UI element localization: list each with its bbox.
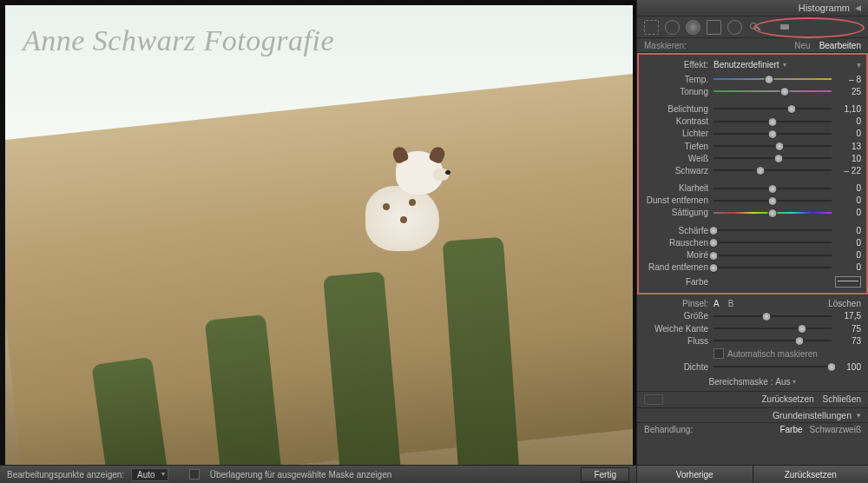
slider-temp[interactable] <box>713 75 832 83</box>
color-swatch[interactable] <box>835 276 861 288</box>
slider-dunstentfernen[interactable] <box>713 196 832 205</box>
redeye-tool-icon[interactable] <box>686 20 700 35</box>
slider-label: Größe <box>644 311 708 321</box>
crop-tool-icon[interactable] <box>644 20 659 35</box>
show-edit-pins-select[interactable]: Auto <box>131 468 168 481</box>
brush-a-button[interactable]: A <box>713 299 720 308</box>
slider-label: Kontrast <box>644 116 708 126</box>
slider-value: 0 <box>837 250 861 260</box>
show-edit-pins-label: Bearbeitungspunkte anzeigen: <box>7 470 124 480</box>
watermark-text: Anne Schwarz Fotografie <box>23 24 334 57</box>
slider-value: 25 <box>837 87 861 96</box>
chevron-down-icon: ▾ <box>792 378 796 386</box>
rangemask-menu[interactable]: Aus <box>775 377 790 387</box>
histogram-title: Histogramm <box>799 3 850 13</box>
local-adjust-toolstrip <box>637 17 868 38</box>
slider-value: 0 <box>837 208 861 217</box>
annotation-oval <box>753 17 865 38</box>
effect-preset-menu[interactable]: Benutzerdefiniert <box>713 60 779 69</box>
slider-kontrast[interactable] <box>713 117 832 126</box>
slider-value: – 22 <box>837 166 861 175</box>
brush-tool-highlight <box>780 24 789 30</box>
slider-label: Rand entfernen <box>644 262 708 272</box>
mask-label: Maskieren: <box>644 41 687 50</box>
slider-belichtung[interactable] <box>713 104 832 113</box>
slider-tonung[interactable] <box>713 87 832 96</box>
density-label: Dichte <box>644 362 708 372</box>
brush-b-button[interactable]: B <box>728 299 734 308</box>
brush-erase-button[interactable]: Löschen <box>828 299 861 308</box>
slider-value: 0 <box>837 238 861 248</box>
effect-title: Effekt: <box>644 60 713 69</box>
slider-rauschen[interactable] <box>713 238 832 247</box>
slider-label: Dunst entfernen <box>644 195 708 205</box>
slider-weichekante[interactable] <box>713 324 832 333</box>
slider-tiefen[interactable] <box>713 142 832 150</box>
automask-label: Automatisch maskieren <box>727 349 818 359</box>
done-button[interactable]: Fertig <box>581 467 629 482</box>
treatment-color-button[interactable]: Farbe <box>779 425 802 434</box>
slider-sttigung[interactable] <box>713 208 832 217</box>
treatment-label: Behandlung: <box>644 425 693 434</box>
chevron-down-icon: ▾ <box>857 411 861 420</box>
slider-value: 13 <box>837 142 861 151</box>
slider-label: Rauschen <box>644 238 708 248</box>
slider-label: Schärfe <box>644 226 708 235</box>
brush-panel: Pinsel: A B Löschen Größe17,5Weiche Kant… <box>637 294 868 391</box>
slider-moir[interactable] <box>713 251 832 260</box>
slider-label: Fluss <box>644 336 708 346</box>
basic-title: Grundeinstellungen <box>773 410 852 420</box>
slider-value: 10 <box>837 154 861 163</box>
slider-label: Temp. <box>644 75 708 84</box>
histogram-panel-header[interactable]: Histogramm ◀ <box>637 0 868 17</box>
slider-value: 17,5 <box>837 311 861 321</box>
brush-label: Pinsel: <box>644 299 713 308</box>
graduated-filter-icon[interactable] <box>707 20 721 35</box>
slider-value: 0 <box>837 195 861 205</box>
slider-label: Lichter <box>644 129 708 138</box>
photo-canvas[interactable]: Anne Schwarz Fotografie <box>5 5 633 465</box>
close-button[interactable]: Schließen <box>823 394 861 404</box>
slider-value: 0 <box>837 262 861 272</box>
slider-label: Klarheit <box>644 183 708 193</box>
slider-klarheit[interactable] <box>713 184 832 193</box>
slider-label: Weiche Kante <box>644 324 708 334</box>
panel-collapse-icon[interactable]: ▾ <box>857 60 861 69</box>
slider-value: 0 <box>837 226 861 235</box>
radial-filter-icon[interactable] <box>727 20 742 35</box>
slider-schrfe[interactable] <box>713 226 832 235</box>
slider-randentfernen[interactable] <box>713 263 832 272</box>
mask-overlay-label: Überlagerung für ausgewählte Maske anzei… <box>210 470 392 480</box>
slider-fluss[interactable] <box>713 336 832 345</box>
brush-tool-icon[interactable] <box>748 21 761 34</box>
slider-wei[interactable] <box>713 154 832 162</box>
color-label: Farbe <box>644 277 713 287</box>
mask-overlay-checkbox[interactable] <box>189 469 200 480</box>
treatment-bw-button[interactable]: Schwarzweiß <box>810 425 861 434</box>
density-slider[interactable] <box>713 362 832 371</box>
reset-button[interactable]: Zurücksetzen <box>762 394 814 404</box>
density-value: 100 <box>837 362 861 372</box>
spot-tool-icon[interactable] <box>665 20 680 35</box>
panel-toggle-switch[interactable] <box>644 394 663 405</box>
mask-new-button[interactable]: Neu <box>794 41 810 50</box>
slider-lichter[interactable] <box>713 129 832 138</box>
automask-checkbox[interactable] <box>713 348 724 359</box>
slider-value: 0 <box>837 116 861 126</box>
slider-label: Belichtung <box>644 104 708 114</box>
mask-edit-button[interactable]: Bearbeiten <box>819 41 861 50</box>
canvas-toolbar: Bearbeitungspunkte anzeigen: Auto Überla… <box>0 465 636 483</box>
reset-all-button[interactable]: Zurücksetzen <box>753 466 869 483</box>
chevron-left-icon: ◀ <box>855 3 861 12</box>
effect-panel: Effekt: Benutzerdefiniert ▾ ▾ Temp.– 8To… <box>637 53 868 294</box>
slider-schwarz[interactable] <box>713 166 832 175</box>
slider-label: Schwarz <box>644 166 708 175</box>
dog-subject <box>357 134 461 264</box>
slider-gre[interactable] <box>713 312 832 321</box>
slider-value: 0 <box>837 183 861 193</box>
slider-label: Tiefen <box>644 142 708 151</box>
rangemask-label: Bereichsmaske : <box>709 377 773 387</box>
basic-panel-header[interactable]: Grundeinstellungen ▾ <box>637 408 868 423</box>
previous-button[interactable]: Vorherige <box>637 466 753 483</box>
slider-label: Weiß <box>644 154 708 163</box>
